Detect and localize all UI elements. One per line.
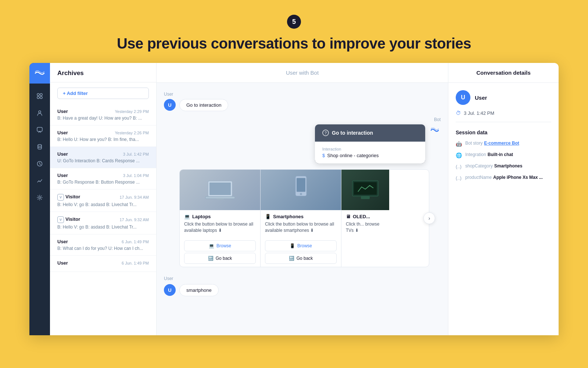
bot-story-key: Bot story bbox=[465, 141, 483, 146]
sidebar-nav bbox=[29, 89, 50, 205]
laptops-goback-button[interactable]: 🔙 Go back bbox=[184, 253, 256, 264]
sidebar-logo[interactable] bbox=[29, 63, 50, 84]
session-row-shop-category: (..) shopCategorySmartphones bbox=[456, 163, 551, 170]
smartphones-actions: 📱 Browse 🔙 Go back bbox=[261, 237, 341, 267]
bot-popup-header: ? Go to interaction bbox=[315, 124, 425, 142]
sidebar-item-analytics[interactable] bbox=[32, 173, 47, 188]
svg-rect-14 bbox=[297, 178, 305, 192]
conv-preview: B: Have a great day! U: How are you? B: … bbox=[57, 116, 149, 121]
conv-preview: U: GoTo Interaction B: Cards Response ..… bbox=[57, 158, 149, 163]
conv-name: VVisitor bbox=[57, 216, 80, 223]
sidebar-item-clock[interactable] bbox=[32, 156, 47, 171]
bot-wave-icon bbox=[429, 124, 441, 136]
brackets-icon-2: (..) bbox=[456, 175, 462, 182]
oled-title-text: OLED... bbox=[353, 214, 370, 219]
globe-icon: 🌐 bbox=[456, 152, 462, 159]
svg-point-4 bbox=[39, 111, 41, 113]
oled-icon: 🖥 bbox=[346, 214, 351, 219]
smartphones-browse-label: Browse bbox=[297, 243, 312, 248]
bot-popup-shop-value: Shop online - categories bbox=[327, 153, 379, 158]
main-headline: Use previous conversations to improve yo… bbox=[0, 35, 588, 52]
smartphones-title-text: Smartphones bbox=[273, 214, 304, 219]
details-timestamp: 3 Jul. 1:42 PM bbox=[464, 110, 494, 116]
chat-header-with: with bbox=[299, 70, 311, 76]
top-section: 5 Use previous conversations to improve … bbox=[0, 0, 588, 63]
conv-time: 3 Jul. 1:42 PM bbox=[123, 152, 149, 156]
app-shell: Archives + Add filter User Yesterday 2:2… bbox=[29, 63, 559, 335]
product-name-value: Apple iPhone Xs Max ... bbox=[493, 175, 543, 180]
cards-carousel-section: 💻 Laptops Click the button below to brow… bbox=[179, 169, 429, 267]
svg-point-6 bbox=[38, 145, 42, 146]
laptops-browse-label: Browse bbox=[216, 243, 231, 248]
add-filter-button[interactable]: + Add filter bbox=[57, 88, 149, 99]
chat-body: User U Go to interaction Bot ? Go to int… bbox=[157, 83, 448, 335]
smartphones-goback-button[interactable]: 🔙 Go back bbox=[265, 253, 337, 264]
bot-message-section: Bot ? Go to interaction Interaction $ bbox=[164, 117, 441, 163]
visitor-icon: V bbox=[57, 216, 64, 223]
sidebar-item-users[interactable] bbox=[32, 106, 47, 120]
conv-item-4[interactable]: User 3 Jul. 1:04 PM B: GoTo Response B: … bbox=[50, 168, 156, 190]
conv-item-5[interactable]: VVisitor 17 Jun. 9:34 AM B: Hello V: go … bbox=[50, 190, 156, 212]
oled-title: 🖥 OLED... bbox=[346, 214, 385, 219]
shop-category-key: shopCategory bbox=[465, 163, 493, 169]
laptop-image bbox=[180, 170, 260, 210]
oled-desc: Click th... browse TVs ⬇ bbox=[346, 221, 385, 234]
laptops-browse-button[interactable]: 💻 Browse bbox=[184, 240, 256, 251]
conv-item-2[interactable]: User Yesterday 2:26 PM B: Hello U: How a… bbox=[50, 125, 156, 147]
carousel-next-button[interactable]: › bbox=[423, 212, 435, 224]
bot-popup-body: Interaction $ Shop online - categories bbox=[315, 142, 425, 163]
bot-popup-interaction-value: $ Shop online - categories bbox=[322, 153, 418, 158]
conv-item-6[interactable]: VVisitor 17 Jun. 9:32 AM B: Hello V: go … bbox=[50, 212, 156, 234]
conv-preview: B: Hello V: go B: asdasd B: Livechat Tr.… bbox=[57, 224, 149, 230]
sidebar-item-settings[interactable] bbox=[32, 190, 47, 205]
svg-point-3 bbox=[40, 96, 42, 99]
product-name-key: productName bbox=[465, 175, 492, 180]
laptops-desc: Click the button below to browse all ava… bbox=[184, 221, 256, 234]
sidebar-item-dashboard[interactable] bbox=[32, 89, 47, 103]
step-badge: 5 bbox=[287, 15, 301, 29]
conv-time: 3 Jul. 1:04 PM bbox=[123, 173, 149, 178]
visitor-icon: V bbox=[57, 194, 64, 201]
archives-header: Archives bbox=[50, 63, 156, 82]
chat-header: User with Bot bbox=[157, 63, 448, 83]
svg-rect-18 bbox=[361, 196, 370, 199]
user-bubble-2[interactable]: smartphone bbox=[179, 284, 219, 296]
dollar-icon: $ bbox=[322, 153, 325, 158]
laptops-title-text: Laptops bbox=[192, 214, 211, 219]
svg-point-0 bbox=[37, 93, 39, 96]
conv-item-3[interactable]: User 3 Jul. 1:42 PM U: GoTo Interaction … bbox=[50, 147, 156, 168]
smartphones-title: 📱 Smartphones bbox=[265, 214, 337, 219]
sidebar-item-chat[interactable] bbox=[32, 123, 47, 137]
shop-category-value: Smartphones bbox=[494, 163, 523, 169]
svg-point-2 bbox=[37, 96, 39, 99]
sender-label-user: User bbox=[164, 92, 441, 97]
conv-item-8[interactable]: User 6 Jun. 1:49 PM bbox=[50, 256, 156, 272]
user-bubble-1[interactable]: Go to interaction bbox=[179, 99, 228, 111]
smartphone-icon: 📱 bbox=[265, 214, 271, 219]
svg-rect-5 bbox=[37, 127, 42, 131]
laptops-card-body: 💻 Laptops Click the button below to brow… bbox=[180, 210, 260, 237]
conv-name: User bbox=[57, 109, 68, 114]
conv-item-1[interactable]: User Yesterday 2:29 PM B: Have a great d… bbox=[50, 104, 156, 125]
bot-popup-title: Go to interaction bbox=[332, 130, 373, 136]
conv-item-7[interactable]: User 6 Jun. 1:49 PM B: What can I do for… bbox=[50, 234, 156, 256]
bot-story-value[interactable]: E-commerce Bot bbox=[484, 141, 519, 146]
bot-popup-interaction-label: Interaction bbox=[322, 147, 418, 151]
smartphones-goback-label: Go back bbox=[297, 256, 313, 261]
session-row-product-name: (..) productNameApple iPhone Xs Max ... bbox=[456, 175, 551, 182]
conv-preview: B: What can I do for you? U: How can I c… bbox=[57, 246, 149, 251]
details-body: U User ⏱ 3 Jul. 1:42 PM Session data 🤖 B… bbox=[448, 83, 559, 194]
conv-time: Yesterday 2:26 PM bbox=[115, 131, 149, 135]
user-avatar-2: U bbox=[164, 284, 176, 296]
product-card-laptops: 💻 Laptops Click the button below to brow… bbox=[180, 170, 261, 267]
conv-name: User bbox=[57, 239, 68, 244]
user-avatar-1: U bbox=[164, 99, 176, 111]
chat-header-bot: Bot bbox=[311, 70, 319, 76]
smartphones-browse-button[interactable]: 📱 Browse bbox=[265, 240, 337, 251]
oled-card-body: 🖥 OLED... Click th... browse TVs ⬇ bbox=[341, 210, 389, 267]
user-message-1-section: User U Go to interaction bbox=[164, 92, 441, 111]
product-card-oled: 🖥 OLED... Click th... browse TVs ⬇ bbox=[341, 170, 389, 267]
svg-rect-17 bbox=[354, 182, 377, 195]
browse-icon-sm: 📱 bbox=[290, 243, 295, 248]
sidebar-item-database[interactable] bbox=[32, 139, 47, 154]
